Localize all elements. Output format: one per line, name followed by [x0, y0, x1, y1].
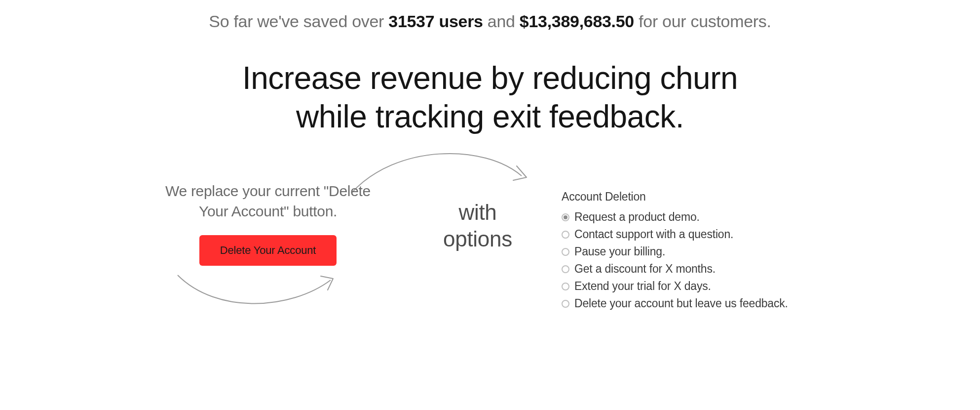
stats-prefix: So far we've saved over: [209, 12, 388, 31]
with-line2: options: [443, 227, 512, 251]
replace-text: We replace your current "Delete Your Acc…: [142, 181, 394, 221]
option-row[interactable]: Pause your billing.: [562, 243, 838, 260]
option-row[interactable]: Contact support with a question.: [562, 226, 838, 243]
headline: Increase revenue by reducing churn while…: [0, 59, 980, 136]
radio-icon: [562, 213, 569, 221]
option-row[interactable]: Get a discount for X months.: [562, 260, 838, 278]
radio-icon: [562, 248, 569, 256]
option-label: Request a product demo.: [574, 210, 700, 224]
account-deletion-title: Account Deletion: [562, 190, 838, 204]
radio-icon: [562, 231, 569, 239]
option-row[interactable]: Extend your trial for X days.: [562, 278, 838, 295]
headline-line2: while tracking exit feedback.: [296, 99, 684, 134]
stats-users: 31537 users: [388, 12, 483, 31]
middle-column: with options: [414, 199, 542, 252]
replace-text-line2: Your Account" button.: [199, 203, 337, 219]
option-label: Delete your account but leave us feedbac…: [574, 297, 788, 310]
option-label: Get a discount for X months.: [574, 262, 716, 276]
left-column: We replace your current "Delete Your Acc…: [142, 181, 394, 266]
radio-icon: [562, 300, 569, 308]
replace-text-line1: We replace your current "Delete: [165, 183, 371, 199]
with-options-text: with options: [414, 199, 542, 252]
option-label: Pause your billing.: [574, 245, 665, 258]
content-row: We replace your current "Delete Your Acc…: [0, 181, 980, 312]
headline-line1: Increase revenue by reducing churn: [242, 60, 738, 96]
arrow-bottom-icon: [173, 260, 340, 310]
stats-connector: and: [483, 12, 520, 31]
stats-line: So far we've saved over 31537 users and …: [0, 12, 980, 31]
landing-hero: So far we've saved over 31537 users and …: [0, 0, 980, 410]
stats-suffix: for our customers.: [634, 12, 771, 31]
stats-amount: $13,389,683.50: [520, 12, 634, 31]
option-row[interactable]: Delete your account but leave us feedbac…: [562, 295, 838, 312]
option-row[interactable]: Request a product demo.: [562, 208, 838, 226]
with-line1: with: [458, 200, 496, 224]
radio-icon: [562, 283, 569, 290]
right-column: Account Deletion Request a product demo.…: [562, 190, 838, 312]
radio-icon: [562, 265, 569, 273]
option-label: Contact support with a question.: [574, 228, 733, 241]
delete-account-button[interactable]: Delete Your Account: [199, 235, 337, 266]
option-label: Extend your trial for X days.: [574, 280, 711, 293]
